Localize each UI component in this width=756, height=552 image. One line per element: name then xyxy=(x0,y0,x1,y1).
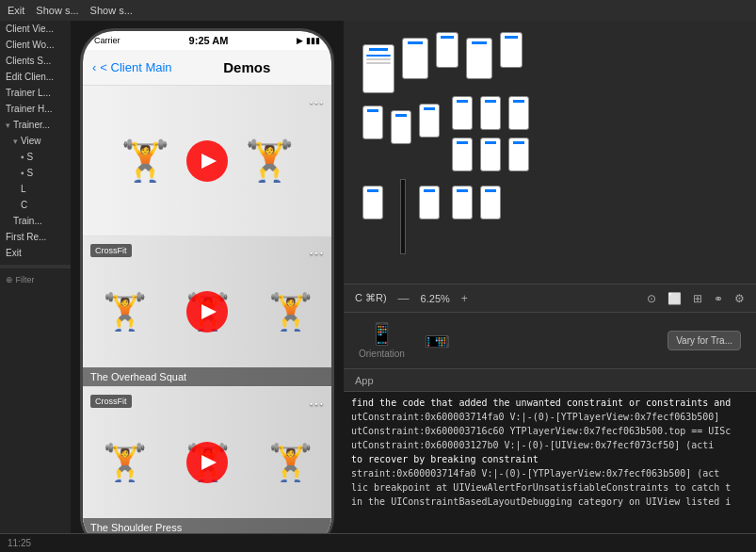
vc-box-13[interactable] xyxy=(508,96,529,130)
video-thumbnail-3: 🏋 🏋 🏋 xyxy=(83,387,331,533)
app-label: App xyxy=(355,375,374,386)
sidebar-label: View xyxy=(21,136,41,146)
top-menu-bar: Exit Show s... Show s... xyxy=(0,0,756,21)
zoom-plus-button[interactable]: + xyxy=(461,292,468,305)
sidebar-item-view[interactable]: ▾ View xyxy=(0,133,71,149)
play-button-3[interactable] xyxy=(186,442,228,483)
bottom-time: 11:25 xyxy=(8,538,31,548)
phone-video-list[interactable]: 🏋 🏋 ⋯ 🏋 xyxy=(83,86,331,533)
phone-nav-bar: ‹ < Client Main Demos xyxy=(83,50,331,86)
bottom-status-bar: 11:25 xyxy=(0,533,756,552)
sidebar-label: Clients S... xyxy=(6,56,51,66)
sidebar-label: First Re... xyxy=(6,232,46,242)
nav-back-label: < Client Main xyxy=(100,60,171,74)
device-icon[interactable]: ⊙ xyxy=(647,292,656,305)
zoom-percent-label: 6.25% xyxy=(421,293,450,304)
sidebar-item-first-re[interactable]: First Re... xyxy=(0,229,71,245)
sidebar-item-edit-client[interactable]: Edit Clien... xyxy=(0,69,71,85)
landscape-phone-icon: 📱 xyxy=(424,329,449,353)
console-line-5: to recover by breaking constraint xyxy=(351,452,748,466)
sidebar-filter[interactable]: ⊕ Filter xyxy=(0,272,71,287)
video-item-2[interactable]: 🏋 🏋 🏋 CrossFit The Overhead Squat ⋯ xyxy=(83,236,331,387)
video-more-icon-2[interactable]: ⋯ xyxy=(309,244,324,262)
storyboard-toolbar: C ⌘R) — 6.25% + ⊙ ⬜ ⊞ ⚭ ⚙ xyxy=(344,284,756,312)
left-sidebar: Client Vie... Client Wo... Clients S... … xyxy=(0,21,71,533)
sidebar-item-c[interactable]: C xyxy=(0,197,71,213)
vc-box-12[interactable] xyxy=(480,138,501,171)
sidebar-label: Exit xyxy=(6,248,22,258)
vc-box-2[interactable] xyxy=(402,38,428,79)
console-line-3: utConstraint:0x600003716c60 YTPlayerView… xyxy=(351,424,748,438)
status-icons: ▶ ▮▮▮ xyxy=(297,36,320,45)
vary-for-traits-button[interactable]: Vary for Tra... xyxy=(668,331,741,350)
grid-icon[interactable]: ⊞ xyxy=(693,292,702,305)
nav-back-button[interactable]: ‹ < Client Main xyxy=(92,60,172,74)
sidebar-item-client-wo[interactable]: Client Wo... xyxy=(0,37,71,53)
vc-box-15[interactable] xyxy=(362,186,383,219)
console-line-8: in the UIConstraintBasedLayoutDebugging … xyxy=(351,495,748,509)
console-tab: App xyxy=(344,369,756,392)
vc-box-11[interactable] xyxy=(480,96,501,130)
vc-box-14[interactable] xyxy=(508,138,529,171)
orientation-icon[interactable]: ⬜ xyxy=(668,292,682,305)
video-more-icon-1[interactable]: ⋯ xyxy=(309,93,324,111)
landscape-icon: 📱 xyxy=(424,328,448,353)
sidebar-item-clients-s[interactable]: Clients S... xyxy=(0,53,71,69)
zoom-minus-button[interactable]: — xyxy=(398,292,410,305)
vc-box-4[interactable] xyxy=(466,38,492,79)
sidebar-label: Trainer H... xyxy=(6,104,53,114)
vc-box-18[interactable] xyxy=(480,186,501,219)
video-item-3[interactable]: 🏋 🏋 🏋 CrossFit The Shoulder Press ⋯ xyxy=(83,387,331,533)
sidebar-item-l[interactable]: L xyxy=(0,181,71,197)
video-item-1[interactable]: 🏋 🏋 ⋯ xyxy=(83,86,331,236)
menu-show2[interactable]: Show s... xyxy=(90,5,133,16)
sidebar-item-trainer[interactable]: ▾ Trainer... xyxy=(0,117,71,133)
vc-box-8[interactable] xyxy=(419,104,440,138)
vc-box-3[interactable] xyxy=(436,32,458,68)
vc-box-5[interactable] xyxy=(500,32,523,68)
video-more-icon-3[interactable]: ⋯ xyxy=(309,395,324,413)
play-button-2[interactable] xyxy=(186,291,228,333)
sidebar-item-s2[interactable]: ▪ S xyxy=(0,165,71,181)
console-line-4: utConstraint:0x600003127b0 V:|-(0)-[UIVi… xyxy=(351,438,748,452)
phone-icon: 📱 xyxy=(369,322,394,347)
sb-container xyxy=(344,21,756,312)
simulator-area: Carrier 9:25 AM ▶ ▮▮▮ ‹ < Client Main De… xyxy=(71,21,344,533)
sidebar-label: Edit Clien... xyxy=(6,72,54,82)
right-panel: C ⌘R) — 6.25% + ⊙ ⬜ ⊞ ⚭ ⚙ 📱 Orientation … xyxy=(344,21,756,533)
phone-orientation-icon: 📱 Orientation xyxy=(359,322,405,359)
vc-box-16[interactable] xyxy=(419,186,440,219)
storyboard-canvas[interactable]: C ⌘R) — 6.25% + ⊙ ⬜ ⊞ ⚭ ⚙ xyxy=(344,21,756,312)
console-content[interactable]: find the code that added the unwanted co… xyxy=(344,392,756,533)
sidebar-label: Client Vie... xyxy=(6,24,54,34)
sidebar-item-client-view[interactable]: Client Vie... xyxy=(0,21,71,37)
vc-box-6[interactable] xyxy=(362,106,383,139)
video-thumbnail-2: 🏋 🏋 🏋 xyxy=(83,236,331,386)
vc-box-10[interactable] xyxy=(452,138,473,171)
console-line-2: utConstraint:0x600003714fa0 V:|-(0)-[YTP… xyxy=(351,410,748,424)
vc-box-9[interactable] xyxy=(452,96,473,130)
sidebar-label: Trainer... xyxy=(13,120,50,130)
settings-icon[interactable]: ⚙ xyxy=(734,292,745,305)
vc-box-7[interactable] xyxy=(391,110,411,144)
chevron-left-icon: ‹ xyxy=(92,60,96,74)
sidebar-item-train[interactable]: Train... xyxy=(0,213,71,229)
sidebar-item-trainer-h[interactable]: Trainer H... xyxy=(0,101,71,117)
vc-box-17[interactable] xyxy=(452,186,473,219)
menu-exit[interactable]: Exit xyxy=(8,5,24,16)
link-icon[interactable]: ⚭ xyxy=(714,292,723,305)
nav-title: Demos xyxy=(172,59,322,75)
sidebar-item-s1[interactable]: ▪ S xyxy=(0,149,71,165)
sidebar-item-trainer-l[interactable]: Trainer L... xyxy=(0,85,71,101)
sidebar-item-exit[interactable]: Exit xyxy=(0,245,71,261)
vertical-bar xyxy=(400,179,406,254)
phone-frame: Carrier 9:25 AM ▶ ▮▮▮ ‹ < Client Main De… xyxy=(80,28,334,533)
crossfit-label-2: CrossFit xyxy=(90,244,132,257)
sidebar-label: Trainer L... xyxy=(6,88,51,98)
menu-show1[interactable]: Show s... xyxy=(36,5,78,16)
vc-box-1[interactable] xyxy=(362,44,394,93)
time-label: 9:25 AM xyxy=(189,35,229,46)
console-line-7: lic breakpoint at UIViewAlertForUnsatisf… xyxy=(351,480,748,495)
orientation-label: Orientation xyxy=(359,349,405,359)
play-button-1[interactable] xyxy=(186,140,228,182)
